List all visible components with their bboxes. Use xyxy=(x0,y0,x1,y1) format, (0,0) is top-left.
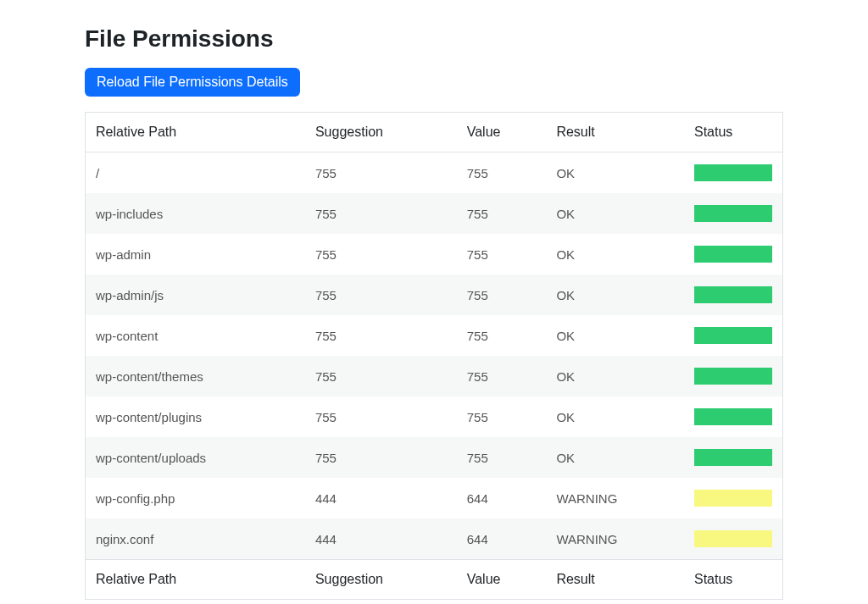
table-row: wp-admin755755OK xyxy=(86,234,783,274)
col-path: Relative Path xyxy=(86,113,305,152)
table-row: wp-content/uploads755755OK xyxy=(86,437,783,478)
cell-status xyxy=(684,356,783,396)
status-indicator xyxy=(694,408,772,425)
cell-path: wp-includes xyxy=(86,193,305,234)
cell-value: 644 xyxy=(457,478,547,518)
col-value: Value xyxy=(457,113,547,152)
table-row: nginx.conf444644WARNING xyxy=(86,518,783,560)
table-row: wp-includes755755OK xyxy=(86,193,783,234)
table-row: wp-admin/js755755OK xyxy=(86,274,783,315)
cell-status xyxy=(684,478,783,518)
cell-value: 755 xyxy=(457,356,547,396)
status-indicator xyxy=(694,327,772,344)
cell-status xyxy=(684,193,783,234)
table-header-row: Relative Path Suggestion Value Result St… xyxy=(86,113,783,152)
cell-suggestion: 755 xyxy=(305,234,457,274)
cell-path: wp-config.php xyxy=(86,478,305,518)
cell-result: OK xyxy=(546,396,684,437)
cell-result: WARNING xyxy=(546,518,684,560)
cell-suggestion: 755 xyxy=(305,315,457,356)
cell-result: OK xyxy=(546,234,684,274)
cell-path: / xyxy=(86,152,305,194)
table-row: wp-config.php444644WARNING xyxy=(86,478,783,518)
page-title: File Permissions xyxy=(85,25,783,53)
cell-value: 755 xyxy=(457,274,547,315)
table-footer-row: Relative Path Suggestion Value Result St… xyxy=(86,560,783,600)
reload-button[interactable]: Reload File Permissions Details xyxy=(85,68,300,97)
cell-path: wp-content/themes xyxy=(86,356,305,396)
cell-suggestion: 755 xyxy=(305,193,457,234)
table-row: wp-content755755OK xyxy=(86,315,783,356)
col-status: Status xyxy=(684,560,783,600)
cell-result: OK xyxy=(546,274,684,315)
status-indicator xyxy=(694,246,772,263)
table-row: wp-content/themes755755OK xyxy=(86,356,783,396)
status-indicator xyxy=(694,286,772,303)
file-permissions-table: Relative Path Suggestion Value Result St… xyxy=(85,112,783,600)
cell-result: OK xyxy=(546,437,684,478)
col-status: Status xyxy=(684,113,783,152)
table-row: /755755OK xyxy=(86,152,783,194)
cell-suggestion: 755 xyxy=(305,396,457,437)
table-row: wp-content/plugins755755OK xyxy=(86,396,783,437)
cell-value: 755 xyxy=(457,315,547,356)
cell-status xyxy=(684,234,783,274)
cell-value: 644 xyxy=(457,518,547,560)
status-indicator xyxy=(694,449,772,466)
col-suggestion: Suggestion xyxy=(305,560,457,600)
cell-result: OK xyxy=(546,356,684,396)
cell-value: 755 xyxy=(457,396,547,437)
cell-path: wp-content xyxy=(86,315,305,356)
cell-suggestion: 755 xyxy=(305,437,457,478)
cell-value: 755 xyxy=(457,234,547,274)
cell-status xyxy=(684,518,783,560)
cell-suggestion: 755 xyxy=(305,274,457,315)
cell-result: OK xyxy=(546,315,684,356)
cell-result: OK xyxy=(546,193,684,234)
cell-value: 755 xyxy=(457,437,547,478)
cell-status xyxy=(684,396,783,437)
cell-path: wp-content/uploads xyxy=(86,437,305,478)
cell-suggestion: 444 xyxy=(305,478,457,518)
cell-value: 755 xyxy=(457,152,547,194)
cell-path: nginx.conf xyxy=(86,518,305,560)
cell-value: 755 xyxy=(457,193,547,234)
cell-result: WARNING xyxy=(546,478,684,518)
cell-path: wp-admin/js xyxy=(86,274,305,315)
col-result: Result xyxy=(546,113,684,152)
col-result: Result xyxy=(546,560,684,600)
cell-suggestion: 444 xyxy=(305,518,457,560)
col-path: Relative Path xyxy=(86,560,305,600)
cell-result: OK xyxy=(546,152,684,194)
cell-suggestion: 755 xyxy=(305,152,457,194)
col-value: Value xyxy=(457,560,547,600)
cell-path: wp-content/plugins xyxy=(86,396,305,437)
col-suggestion: Suggestion xyxy=(305,113,457,152)
cell-status xyxy=(684,315,783,356)
status-indicator xyxy=(694,164,772,181)
cell-status xyxy=(684,152,783,194)
status-indicator xyxy=(694,530,772,547)
status-indicator xyxy=(694,205,772,222)
status-indicator xyxy=(694,490,772,507)
cell-status xyxy=(684,274,783,315)
status-indicator xyxy=(694,368,772,385)
cell-suggestion: 755 xyxy=(305,356,457,396)
cell-path: wp-admin xyxy=(86,234,305,274)
cell-status xyxy=(684,437,783,478)
